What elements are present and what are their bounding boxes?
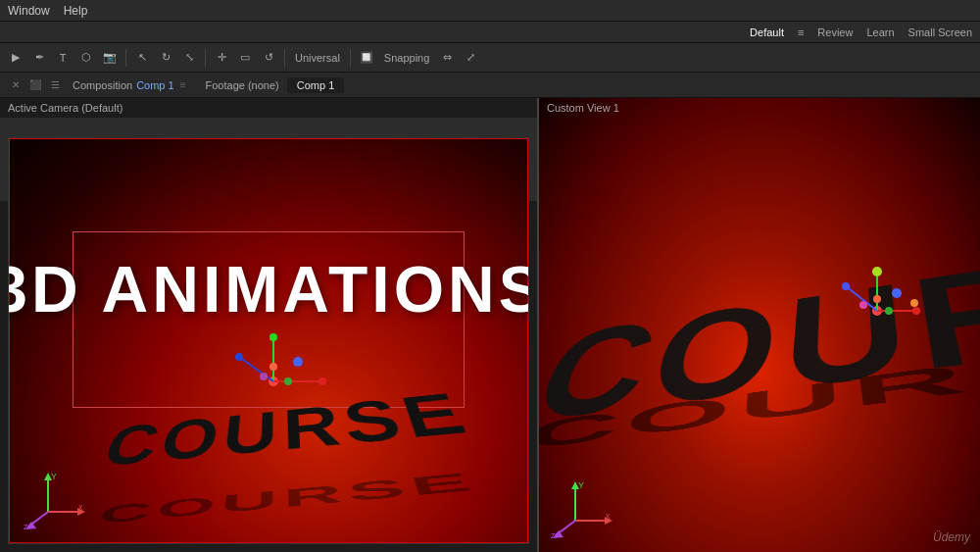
scene-bg-right: COURS COURS — [539, 98, 980, 552]
svg-point-6 — [235, 353, 243, 361]
magnet-icon[interactable]: 🔲 — [357, 48, 376, 68]
panel-icon-comp[interactable]: ⬛ — [25, 75, 45, 95]
panel-tabs: ✕ ⬛ ☰ Composition Comp 1 ≡ Footage (none… — [0, 73, 980, 98]
svg-text:x: x — [606, 511, 611, 521]
menu-window[interactable]: Window — [8, 4, 50, 18]
udemy-watermark: Üdemy — [933, 530, 970, 544]
menu-help[interactable]: Help — [64, 4, 88, 18]
panel-icon-close[interactable]: ✕ — [6, 75, 25, 95]
svg-point-7 — [293, 357, 303, 367]
workspace-bar: Default ≡ Review Learn Small Screen — [0, 22, 980, 43]
scene-bg-left: 3D ANIMATIONS COURSE COURSE — [8, 137, 529, 544]
svg-point-27 — [892, 288, 902, 298]
svg-point-9 — [270, 363, 277, 371]
svg-text:z: z — [551, 530, 556, 540]
svg-text:Y: Y — [578, 480, 584, 490]
tool-camera[interactable]: 📷 — [100, 48, 120, 68]
composition-label: Composition — [73, 79, 132, 91]
svg-text:z: z — [24, 522, 28, 531]
svg-point-4 — [270, 333, 277, 341]
active-comp-tab[interactable]: Comp 1 — [287, 77, 345, 93]
viewport-right[interactable]: Custom View 1 COURS COURS — [539, 98, 980, 552]
workspace-small-screen[interactable]: Small Screen — [908, 26, 972, 38]
tool-shape[interactable]: ⬡ — [76, 48, 96, 68]
snapping-label[interactable]: Snapping — [380, 52, 434, 64]
panel-menu-icon[interactable]: ≡ — [180, 79, 186, 90]
course-shadow-left: COURSE — [94, 467, 483, 529]
toolbar: ▶ ✒ T ⬡ 📷 ↖ ↻ ⤡ ✛ ▭ ↺ Universal 🔲 Snappi… — [0, 43, 980, 73]
tool-rect[interactable]: ▭ — [235, 48, 255, 68]
svg-point-10 — [260, 373, 268, 380]
axis-indicator-left: Y x z — [24, 468, 87, 531]
svg-line-5 — [239, 357, 273, 381]
composition-panel-tab[interactable]: Composition Comp 1 ≡ — [65, 76, 194, 94]
toolbar-separator-1 — [125, 49, 126, 67]
viewport-left[interactable]: Active Camera (Default) ✳ 3D ANIMATIONS … — [0, 98, 539, 552]
svg-point-26 — [842, 282, 850, 290]
tool-text[interactable]: T — [53, 48, 73, 68]
tool-arrow[interactable]: ↖ — [132, 48, 152, 68]
svg-point-8 — [284, 377, 292, 385]
tool-scale[interactable]: ⤡ — [179, 48, 199, 68]
toolbar-separator-2 — [205, 49, 206, 67]
tool-undo[interactable]: ↺ — [259, 48, 278, 68]
tool-pen[interactable]: ✒ — [29, 48, 49, 68]
tool-select[interactable]: ▶ — [6, 48, 25, 68]
tool-move[interactable]: ✛ — [212, 48, 231, 68]
svg-point-2 — [318, 377, 326, 385]
svg-point-22 — [912, 307, 920, 315]
svg-point-29 — [873, 295, 881, 303]
snap-icon[interactable]: ⇔ — [437, 48, 457, 68]
workspace-default[interactable]: Default — [750, 26, 784, 38]
text-3d-animations: 3D ANIMATIONS — [8, 252, 529, 326]
viewport-left-label: Active Camera (Default) — [8, 102, 122, 114]
expand-icon[interactable]: ⤢ — [461, 48, 480, 68]
svg-point-24 — [872, 267, 882, 276]
workspace-learn[interactable]: Learn — [866, 26, 894, 38]
svg-text:x: x — [78, 502, 83, 512]
svg-point-28 — [885, 307, 893, 315]
gizmo-right — [828, 262, 926, 360]
viewports-container: Active Camera (Default) ✳ 3D ANIMATIONS … — [0, 98, 980, 552]
toolbar-separator-4 — [350, 49, 351, 67]
workspace-menu-icon[interactable]: ≡ — [798, 26, 804, 38]
toolbar-separator-3 — [284, 49, 285, 67]
menu-bar: Window Help — [0, 0, 980, 22]
footage-label: Footage (none) — [206, 79, 279, 91]
gizmo-left — [224, 327, 342, 416]
panel-icon-list[interactable]: ☰ — [45, 75, 65, 95]
tool-rotate[interactable]: ↻ — [156, 48, 175, 68]
axis-indicator-right: Y x z — [551, 477, 614, 540]
universal-label[interactable]: Universal — [291, 52, 344, 64]
svg-text:Y: Y — [51, 472, 57, 481]
workspace-review[interactable]: Review — [817, 26, 853, 38]
svg-point-30 — [859, 301, 867, 309]
svg-point-31 — [910, 299, 918, 307]
comp-name-label: Comp 1 — [136, 79, 174, 91]
